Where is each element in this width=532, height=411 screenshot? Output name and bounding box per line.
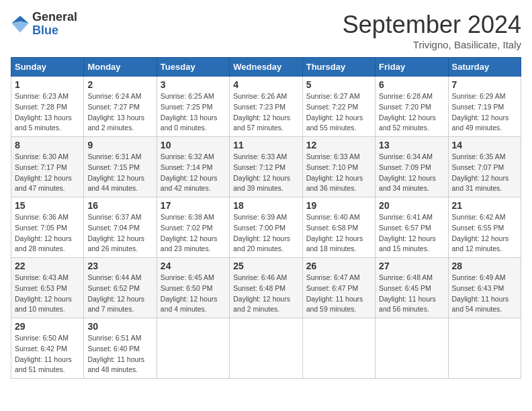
calendar-cell: 9Sunrise: 6:31 AMSunset: 7:15 PMDaylight… (84, 137, 157, 197)
calendar-week-1: 1Sunrise: 6:23 AMSunset: 7:28 PMDaylight… (11, 77, 521, 137)
calendar-cell: 12Sunrise: 6:33 AMSunset: 7:10 PMDayligh… (302, 137, 375, 197)
title-block: September 2024 Trivigno, Basilicate, Ita… (343, 11, 521, 50)
calendar-cell: 19Sunrise: 6:40 AMSunset: 6:58 PMDayligh… (302, 197, 375, 258)
day-detail: Sunrise: 6:37 AMSunset: 7:04 PMDaylight:… (87, 212, 152, 255)
day-number: 3 (161, 79, 226, 90)
calendar-cell: 24Sunrise: 6:45 AMSunset: 6:50 PMDayligh… (157, 258, 229, 318)
calendar-week-5: 29Sunrise: 6:50 AMSunset: 6:42 PMDayligh… (11, 318, 521, 379)
day-detail: Sunrise: 6:34 AMSunset: 7:09 PMDaylight:… (379, 152, 444, 194)
weekday-sunday: Sunday (11, 58, 84, 77)
page-header: General Blue September 2024 Trivigno, Ba… (11, 11, 521, 50)
day-number: 4 (233, 79, 298, 90)
calendar-cell: 17Sunrise: 6:38 AMSunset: 7:02 PMDayligh… (157, 197, 229, 258)
logo-blue-text: Blue (32, 24, 77, 38)
day-number: 11 (233, 140, 298, 150)
weekday-wednesday: Wednesday (230, 58, 302, 77)
calendar-cell: 4Sunrise: 6:26 AMSunset: 7:23 PMDaylight… (230, 77, 302, 137)
day-number: 5 (306, 79, 371, 90)
day-number: 23 (87, 261, 152, 271)
day-detail: Sunrise: 6:33 AMSunset: 7:10 PMDaylight:… (306, 152, 371, 194)
day-detail: Sunrise: 6:48 AMSunset: 6:45 PMDaylight:… (379, 273, 444, 315)
calendar-cell: 7Sunrise: 6:29 AMSunset: 7:19 PMDaylight… (448, 77, 521, 137)
day-detail: Sunrise: 6:24 AMSunset: 7:27 PMDaylight:… (87, 91, 152, 134)
weekday-friday: Friday (375, 58, 448, 77)
day-number: 30 (87, 321, 152, 332)
logo-general-text: General (32, 11, 77, 24)
day-number: 6 (379, 79, 444, 90)
day-number: 2 (87, 79, 152, 90)
day-detail: Sunrise: 6:44 AMSunset: 6:52 PMDaylight:… (87, 273, 152, 315)
calendar-cell: 6Sunrise: 6:28 AMSunset: 7:20 PMDaylight… (375, 77, 448, 137)
calendar-cell (302, 318, 375, 379)
calendar-cell: 15Sunrise: 6:36 AMSunset: 7:05 PMDayligh… (11, 197, 84, 258)
calendar-week-2: 8Sunrise: 6:30 AMSunset: 7:17 PMDaylight… (11, 137, 521, 197)
day-detail: Sunrise: 6:26 AMSunset: 7:23 PMDaylight:… (233, 91, 298, 134)
day-detail: Sunrise: 6:39 AMSunset: 7:00 PMDaylight:… (233, 212, 298, 255)
calendar-cell: 28Sunrise: 6:49 AMSunset: 6:43 PMDayligh… (448, 258, 521, 318)
day-number: 28 (452, 261, 517, 271)
day-detail: Sunrise: 6:45 AMSunset: 6:50 PMDaylight:… (161, 273, 226, 315)
calendar-cell (375, 318, 448, 379)
calendar-cell: 27Sunrise: 6:48 AMSunset: 6:45 PMDayligh… (375, 258, 448, 318)
day-number: 22 (15, 261, 80, 271)
day-number: 9 (87, 140, 152, 150)
logo-text: General Blue (32, 11, 77, 38)
calendar-cell: 25Sunrise: 6:46 AMSunset: 6:48 PMDayligh… (230, 258, 302, 318)
calendar-cell: 16Sunrise: 6:37 AMSunset: 7:04 PMDayligh… (84, 197, 157, 258)
calendar-cell: 8Sunrise: 6:30 AMSunset: 7:17 PMDaylight… (11, 137, 84, 197)
day-detail: Sunrise: 6:51 AMSunset: 6:40 PMDaylight:… (87, 333, 152, 375)
day-detail: Sunrise: 6:30 AMSunset: 7:17 PMDaylight:… (15, 152, 80, 194)
weekday-header-row: SundayMondayTuesdayWednesdayThursdayFrid… (11, 58, 521, 77)
day-number: 25 (233, 261, 298, 271)
calendar-cell (230, 318, 302, 379)
day-number: 13 (379, 140, 444, 150)
day-detail: Sunrise: 6:40 AMSunset: 6:58 PMDaylight:… (306, 212, 371, 255)
weekday-monday: Monday (84, 58, 157, 77)
day-number: 24 (161, 261, 226, 271)
day-detail: Sunrise: 6:49 AMSunset: 6:43 PMDaylight:… (452, 273, 517, 315)
calendar-cell: 26Sunrise: 6:47 AMSunset: 6:47 PMDayligh… (302, 258, 375, 318)
calendar-cell: 3Sunrise: 6:25 AMSunset: 7:25 PMDaylight… (157, 77, 229, 137)
day-detail: Sunrise: 6:32 AMSunset: 7:14 PMDaylight:… (161, 152, 226, 194)
day-number: 7 (452, 79, 517, 90)
day-detail: Sunrise: 6:23 AMSunset: 7:28 PMDaylight:… (15, 91, 80, 134)
calendar-cell: 29Sunrise: 6:50 AMSunset: 6:42 PMDayligh… (11, 318, 84, 379)
calendar-cell: 14Sunrise: 6:35 AMSunset: 7:07 PMDayligh… (448, 137, 521, 197)
day-number: 15 (15, 200, 80, 211)
day-number: 1 (15, 79, 80, 90)
weekday-saturday: Saturday (448, 58, 521, 77)
calendar-cell: 13Sunrise: 6:34 AMSunset: 7:09 PMDayligh… (375, 137, 448, 197)
svg-marker-1 (11, 21, 28, 33)
calendar-cell: 30Sunrise: 6:51 AMSunset: 6:40 PMDayligh… (84, 318, 157, 379)
calendar-body: 1Sunrise: 6:23 AMSunset: 7:28 PMDaylight… (11, 77, 521, 379)
calendar-cell: 1Sunrise: 6:23 AMSunset: 7:28 PMDaylight… (11, 77, 84, 137)
day-detail: Sunrise: 6:35 AMSunset: 7:07 PMDaylight:… (452, 152, 517, 194)
day-detail: Sunrise: 6:42 AMSunset: 6:55 PMDaylight:… (452, 212, 517, 255)
weekday-tuesday: Tuesday (157, 58, 229, 77)
calendar-table: SundayMondayTuesdayWednesdayThursdayFrid… (11, 57, 521, 379)
calendar-cell: 2Sunrise: 6:24 AMSunset: 7:27 PMDaylight… (84, 77, 157, 137)
calendar-week-3: 15Sunrise: 6:36 AMSunset: 7:05 PMDayligh… (11, 197, 521, 258)
day-detail: Sunrise: 6:31 AMSunset: 7:15 PMDaylight:… (87, 152, 152, 194)
day-number: 8 (15, 140, 80, 150)
calendar-cell (157, 318, 229, 379)
calendar-cell: 10Sunrise: 6:32 AMSunset: 7:14 PMDayligh… (157, 137, 229, 197)
calendar-cell: 11Sunrise: 6:33 AMSunset: 7:12 PMDayligh… (230, 137, 302, 197)
day-number: 12 (306, 140, 371, 150)
day-number: 10 (161, 140, 226, 150)
day-detail: Sunrise: 6:29 AMSunset: 7:19 PMDaylight:… (452, 91, 517, 134)
logo-icon (11, 15, 30, 34)
day-detail: Sunrise: 6:38 AMSunset: 7:02 PMDaylight:… (161, 212, 226, 255)
day-detail: Sunrise: 6:41 AMSunset: 6:57 PMDaylight:… (379, 212, 444, 255)
day-detail: Sunrise: 6:50 AMSunset: 6:42 PMDaylight:… (15, 333, 80, 375)
day-detail: Sunrise: 6:43 AMSunset: 6:53 PMDaylight:… (15, 273, 80, 315)
day-detail: Sunrise: 6:33 AMSunset: 7:12 PMDaylight:… (233, 152, 298, 194)
day-detail: Sunrise: 6:47 AMSunset: 6:47 PMDaylight:… (306, 273, 371, 315)
day-detail: Sunrise: 6:25 AMSunset: 7:25 PMDaylight:… (161, 91, 226, 134)
day-number: 21 (452, 200, 517, 211)
calendar-cell: 23Sunrise: 6:44 AMSunset: 6:52 PMDayligh… (84, 258, 157, 318)
day-number: 27 (379, 261, 444, 271)
logo: General Blue (11, 11, 77, 38)
calendar-cell: 22Sunrise: 6:43 AMSunset: 6:53 PMDayligh… (11, 258, 84, 318)
calendar-week-4: 22Sunrise: 6:43 AMSunset: 6:53 PMDayligh… (11, 258, 521, 318)
